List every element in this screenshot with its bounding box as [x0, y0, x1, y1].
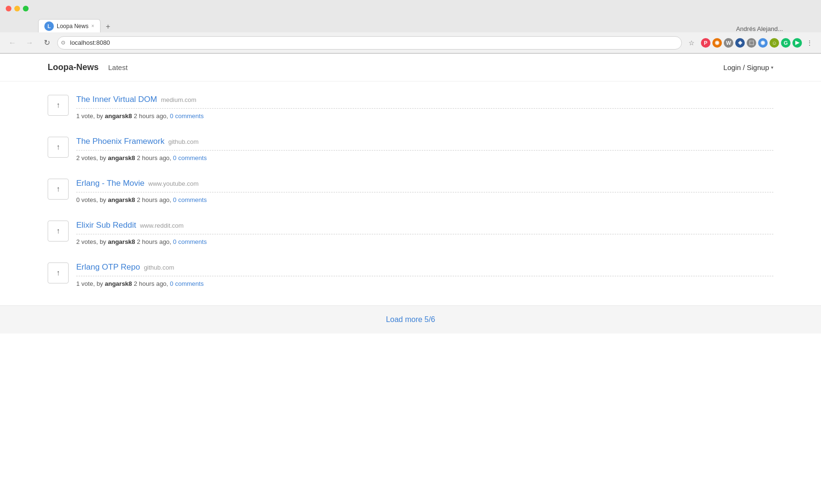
- extension-icon-2[interactable]: ◉: [712, 38, 722, 48]
- tab-bar: L Loopa News × + Andrés Alejand...: [0, 17, 821, 32]
- tab-favicon: L: [44, 21, 54, 31]
- votes-text: 0 votes, by angarsk8 2 hours ago,: [76, 196, 171, 203]
- votes-text: 1 vote, by angarsk8 2 hours ago,: [76, 280, 168, 287]
- divider: [76, 276, 773, 276]
- news-title-link[interactable]: The Phoenix Framework: [76, 137, 164, 146]
- lock-icon: ⊙: [61, 40, 65, 46]
- forward-button[interactable]: →: [23, 36, 36, 50]
- app-content: Loopa-News Latest Login / Signup ▾ ↑ The…: [0, 54, 821, 504]
- news-meta: 1 vote, by angarsk8 2 hours ago, 0 comme…: [76, 280, 773, 287]
- news-title-link[interactable]: Erlang - The Movie: [76, 179, 144, 188]
- news-domain: www.reddit.com: [140, 222, 184, 229]
- back-button[interactable]: ←: [6, 36, 19, 50]
- news-title-row: The Inner Virtual DOM medium.com: [76, 95, 773, 104]
- divider: [76, 234, 773, 234]
- login-signup-label: Login / Signup: [723, 63, 769, 71]
- divider: [76, 150, 773, 151]
- address-bar-input[interactable]: [57, 36, 682, 50]
- author-name: angarsk8: [108, 154, 135, 161]
- window-controls: [6, 6, 29, 11]
- tab-title: Loopa News: [57, 23, 89, 30]
- news-content: Elixir Sub Reddit www.reddit.com 2 votes…: [76, 221, 773, 245]
- news-title-link[interactable]: Elixir Sub Reddit: [76, 221, 136, 230]
- pocket-extension-icon[interactable]: P: [701, 38, 710, 48]
- extension-icon-6[interactable]: ◉: [758, 38, 768, 48]
- new-tab-button[interactable]: +: [102, 21, 114, 32]
- grammarly-extension-icon[interactable]: G: [781, 38, 791, 48]
- extension-icon-3[interactable]: W: [724, 38, 733, 48]
- comments-link[interactable]: 0 comments: [173, 238, 207, 245]
- news-title-link[interactable]: The Inner Virtual DOM: [76, 95, 157, 104]
- extension-icon-7[interactable]: ▶: [792, 38, 802, 48]
- divider: [76, 108, 773, 109]
- more-options-button[interactable]: ⋮: [804, 37, 815, 49]
- forward-icon: →: [26, 39, 33, 47]
- news-list: ↑ The Inner Virtual DOM medium.com 1 vot…: [0, 81, 821, 305]
- app-brand: Loopa-News: [48, 62, 99, 72]
- login-signup-button[interactable]: Login / Signup ▾: [723, 63, 773, 71]
- window-minimize-button[interactable]: [14, 6, 20, 11]
- news-domain: github.com: [144, 264, 174, 271]
- nav-latest-link[interactable]: Latest: [108, 63, 128, 71]
- address-bar-container: ⊙: [57, 36, 682, 50]
- browser-chrome: L Loopa News × + Andrés Alejand... ← → ↻…: [0, 0, 821, 54]
- comments-link[interactable]: 0 comments: [173, 196, 207, 203]
- divider: [76, 192, 773, 192]
- emoji-extension-icon[interactable]: ☺: [770, 38, 779, 48]
- window-close-button[interactable]: [6, 6, 11, 11]
- extension-icons: P ◉ W ◈ ⬚ ◉ ☺ G ▶ ⋮: [701, 37, 815, 49]
- news-content: Erlang - The Movie www.youtube.com 0 vot…: [76, 179, 773, 203]
- profile-name: Andrés Alejand...: [736, 25, 783, 32]
- list-item: ↑ The Phoenix Framework github.com 2 vot…: [48, 128, 773, 170]
- news-domain: github.com: [168, 138, 199, 145]
- votes-text: 1 vote, by angarsk8 2 hours ago,: [76, 112, 168, 120]
- upvote-icon: ↑: [56, 227, 60, 235]
- comments-link[interactable]: 0 comments: [170, 280, 204, 287]
- upvote-icon: ↑: [56, 101, 60, 110]
- active-tab[interactable]: L Loopa News ×: [38, 19, 101, 32]
- news-domain: www.youtube.com: [148, 180, 199, 187]
- upvote-button[interactable]: ↑: [48, 262, 69, 283]
- news-title-row: Erlang OTP Repo github.com: [76, 262, 773, 272]
- news-meta: 2 votes, by angarsk8 2 hours ago, 0 comm…: [76, 238, 773, 245]
- upvote-button[interactable]: ↑: [48, 179, 69, 200]
- load-more-section: Load more 5/6: [0, 305, 821, 333]
- author-name: angarsk8: [108, 238, 135, 245]
- news-title-row: Elixir Sub Reddit www.reddit.com: [76, 221, 773, 230]
- app-header: Loopa-News Latest Login / Signup ▾: [0, 54, 821, 81]
- news-meta: 0 votes, by angarsk8 2 hours ago, 0 comm…: [76, 196, 773, 203]
- upvote-button[interactable]: ↑: [48, 221, 69, 242]
- news-content: The Phoenix Framework github.com 2 votes…: [76, 137, 773, 161]
- window-maximize-button[interactable]: [23, 6, 29, 11]
- news-title-link[interactable]: Erlang OTP Repo: [76, 262, 140, 272]
- news-content: The Inner Virtual DOM medium.com 1 vote,…: [76, 95, 773, 120]
- list-item: ↑ Erlang - The Movie www.youtube.com 0 v…: [48, 170, 773, 212]
- browser-toolbar: ← → ↻ ⊙ ☆ P ◉ W ◈ ⬚ ◉ ☺ G ▶ ⋮: [0, 32, 821, 53]
- upvote-button[interactable]: ↑: [48, 95, 69, 116]
- tab-close-button[interactable]: ×: [91, 23, 94, 29]
- refresh-button[interactable]: ↻: [40, 36, 53, 50]
- news-title-row: Erlang - The Movie www.youtube.com: [76, 179, 773, 188]
- bookmark-icon: ☆: [689, 39, 695, 47]
- load-more-button[interactable]: Load more 5/6: [386, 315, 435, 324]
- upvote-button[interactable]: ↑: [48, 137, 69, 158]
- votes-text: 2 votes, by angarsk8 2 hours ago,: [76, 154, 171, 161]
- news-content: Erlang OTP Repo github.com 1 vote, by an…: [76, 262, 773, 287]
- extension-icon-5[interactable]: ⬚: [747, 38, 756, 48]
- author-name: angarsk8: [105, 112, 132, 120]
- header-left: Loopa-News Latest: [48, 62, 128, 72]
- author-name: angarsk8: [108, 196, 135, 203]
- list-item: ↑ Elixir Sub Reddit www.reddit.com 2 vot…: [48, 212, 773, 254]
- bookmark-button[interactable]: ☆: [686, 37, 697, 49]
- votes-text: 2 votes, by angarsk8 2 hours ago,: [76, 238, 171, 245]
- news-meta: 1 vote, by angarsk8 2 hours ago, 0 comme…: [76, 112, 773, 120]
- upvote-icon: ↑: [56, 269, 60, 277]
- back-icon: ←: [9, 39, 16, 47]
- author-name: angarsk8: [105, 280, 132, 287]
- news-domain: medium.com: [161, 96, 196, 103]
- comments-link[interactable]: 0 comments: [170, 112, 204, 120]
- upvote-icon: ↑: [56, 185, 60, 193]
- extension-icon-4[interactable]: ◈: [735, 38, 745, 48]
- news-meta: 2 votes, by angarsk8 2 hours ago, 0 comm…: [76, 154, 773, 161]
- comments-link[interactable]: 0 comments: [173, 154, 207, 161]
